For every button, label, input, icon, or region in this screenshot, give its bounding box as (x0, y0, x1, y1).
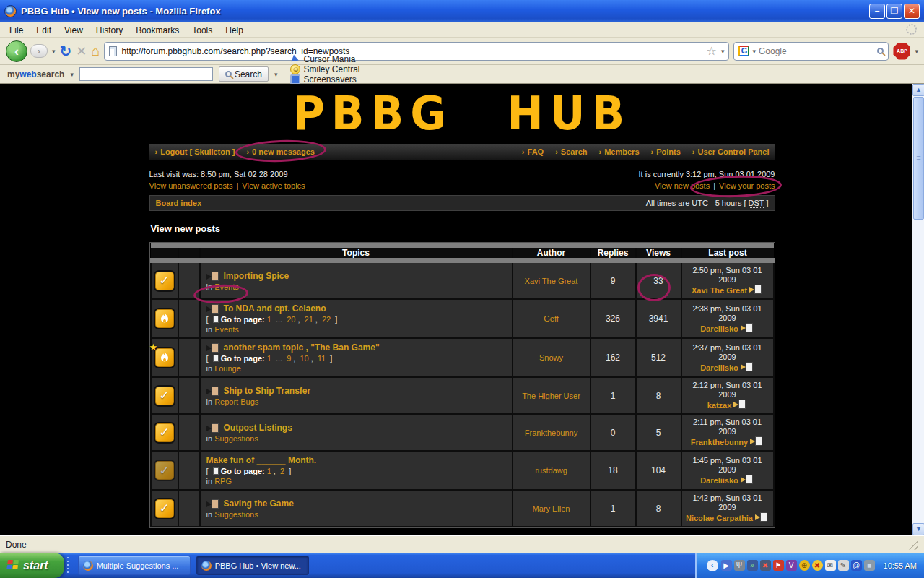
menu-file[interactable]: File (3, 24, 30, 37)
last-post-user-link[interactable]: Dareliisko (700, 324, 741, 333)
back-button[interactable]: ‹ (6, 40, 27, 62)
home-button[interactable]: ⌂ (91, 43, 100, 59)
jump-to-post-icon[interactable] (206, 272, 220, 280)
bookmark-star-icon[interactable]: ☆ (707, 44, 717, 58)
goto-page-link[interactable]: 9 (287, 354, 291, 363)
menu-view[interactable]: View (58, 24, 90, 37)
taskbar-task-pbbg-hub-view-new[interactable]: PBBG Hub • View new... (196, 556, 309, 575)
update-error-icon[interactable]: ✖ (812, 560, 823, 571)
envelope-icon[interactable]: ✉ (825, 560, 836, 571)
author-link-rustdawg[interactable]: rustdawg (535, 466, 567, 475)
goto-page-link[interactable]: 11 (318, 354, 326, 363)
goto-page-link[interactable]: 21 (305, 315, 313, 324)
goto-page-link[interactable]: 1 (267, 315, 271, 324)
adblock-plus-icon[interactable]: ABP (893, 43, 910, 60)
forum-link-rpg[interactable]: RPG (214, 477, 232, 486)
last-post-user-link[interactable]: Frankthebunny (691, 438, 751, 447)
nav-members[interactable]: ›Members (599, 147, 640, 156)
board-index-link[interactable]: Board index (156, 199, 202, 207)
maximize-button[interactable]: ❐ (886, 4, 902, 19)
goto-page-link[interactable]: 20 (287, 315, 295, 324)
last-post-user-link[interactable]: Xavi The Great (692, 286, 749, 295)
link-view-new-posts[interactable]: View new posts (655, 181, 710, 190)
author-link-xavi-the-great[interactable]: Xavi The Great (525, 277, 578, 285)
wireless-antenna-icon[interactable]: Ψ (734, 560, 745, 571)
url-bar[interactable]: http://forum.pbbghub.com/search.php?sear… (104, 42, 729, 61)
scrollbar-thumb[interactable] (913, 97, 924, 220)
goto-last-post-icon[interactable] (741, 475, 754, 483)
author-link-geff[interactable]: Geff (544, 314, 559, 323)
goto-last-post-icon[interactable] (755, 512, 769, 521)
google-engine-icon[interactable]: G (738, 46, 749, 56)
minimize-button[interactable]: – (869, 4, 885, 19)
toolbar-link-cursor-mania[interactable]: Cursor Mania (290, 54, 359, 64)
brand-dropdown-icon[interactable]: ▾ (70, 71, 74, 78)
network-error-icon[interactable]: ✖ (760, 560, 771, 571)
last-post-user-link[interactable]: Nicolae Carpathia (686, 514, 755, 522)
goto-page-link[interactable]: 1 (267, 354, 271, 363)
url-text[interactable]: http://forum.pbbghub.com/search.php?sear… (121, 46, 702, 56)
security-alert-flag-icon[interactable]: ⚑ (773, 560, 784, 571)
goto-page-link[interactable]: 22 (322, 315, 331, 324)
goto-page-link[interactable]: 10 (300, 354, 308, 363)
author-link-the-higher-user[interactable]: The Higher User (522, 392, 580, 400)
menu-tools[interactable]: Tools (186, 24, 219, 37)
mywebsearch-input[interactable] (79, 67, 213, 81)
last-post-user-link[interactable]: Dareliisko (700, 363, 741, 372)
topic-title-link[interactable]: another spam topic , "The Ban Game" (224, 342, 380, 353)
stop-button[interactable]: ✕ (76, 43, 87, 59)
author-link-frankthebunny[interactable]: Frankthebunny (525, 428, 578, 437)
search-input[interactable] (759, 46, 874, 56)
menu-bookmarks[interactable]: Bookmarks (129, 24, 186, 37)
goto-last-post-icon[interactable] (741, 362, 754, 371)
search-box[interactable]: G ▾ (733, 42, 889, 61)
goto-last-post-icon[interactable] (733, 400, 747, 408)
author-link-mary-ellen[interactable]: Mary Ellen (533, 504, 570, 513)
link-view-your-posts[interactable]: View your posts (719, 181, 775, 190)
url-dropdown-icon[interactable]: ▾ (721, 48, 725, 55)
author-link-snowy[interactable]: Snowy (539, 353, 563, 362)
scroll-down-icon[interactable]: ▼ (912, 523, 924, 535)
forward-button[interactable]: › (30, 44, 48, 58)
scanner-hand-icon[interactable]: ✎ (838, 560, 849, 571)
cursor-dart-icon[interactable]: ▶ (721, 560, 732, 571)
search-options-dropdown-icon[interactable]: ▾ (274, 71, 278, 78)
engine-dropdown-icon[interactable]: ▾ (752, 48, 756, 55)
forum-link-lounge[interactable]: Lounge (214, 364, 241, 373)
last-post-user-link[interactable]: Dareliisko (700, 476, 741, 485)
network-active-icon[interactable]: » (747, 560, 758, 571)
forum-link-report-bugs[interactable]: Report Bugs (214, 397, 258, 406)
globe-icon[interactable]: ⊕ (799, 560, 810, 571)
toolbar-link-screensavers[interactable]: Screensavers (290, 74, 359, 85)
topic-title-link[interactable]: Outpost Listings (224, 423, 292, 433)
taskbar-task-multiple-suggestions[interactable]: Multiple Suggestions ... (78, 556, 191, 575)
display-icon[interactable]: ■ (864, 560, 875, 571)
nav-search[interactable]: ›Search (555, 147, 587, 156)
goto-page-link[interactable]: 2 (280, 467, 284, 475)
link-view-active-topics[interactable]: View active topics (242, 181, 305, 190)
topic-title-link[interactable]: Make fun of ______ Month. (206, 455, 317, 465)
volume-v-icon[interactable]: V (786, 560, 797, 571)
mywebsearch-search-button[interactable]: Search (219, 66, 269, 82)
vertical-scrollbar[interactable]: ▲ ▼ (912, 84, 924, 535)
goto-page-link[interactable]: 1 (267, 467, 271, 475)
nav-0-new-messages[interactable]: ›0 new messages (246, 147, 315, 156)
topic-title-link[interactable]: To NDA and cpt. Celaeno (224, 303, 326, 314)
jump-to-post-icon[interactable] (206, 423, 220, 432)
nav-logout-skulleton[interactable]: ›Logout [ Skulleton ] (155, 147, 235, 156)
address-book-icon[interactable]: @ (851, 560, 862, 571)
forum-link-events[interactable]: Events (214, 282, 239, 291)
jump-to-post-icon[interactable] (206, 387, 220, 395)
toolbar-link-smiley-central[interactable]: ☺Smiley Central (290, 64, 359, 74)
quick-launch-grip[interactable] (67, 557, 69, 574)
nav-user-control-panel[interactable]: ›User Control Panel (692, 147, 770, 156)
menu-edit[interactable]: Edit (30, 24, 58, 37)
link-view-unanswered-posts[interactable]: View unanswered posts (149, 181, 233, 190)
forum-link-events[interactable]: Events (214, 325, 239, 334)
nav-faq[interactable]: ›FAQ (522, 147, 544, 156)
forum-link-suggestions[interactable]: Suggestions (214, 434, 258, 443)
jump-to-post-icon[interactable] (206, 343, 220, 352)
start-button[interactable]: start (0, 553, 64, 578)
nav-points[interactable]: ›Points (651, 147, 681, 156)
topic-title-link[interactable]: Ship to Ship Transfer (224, 386, 311, 396)
